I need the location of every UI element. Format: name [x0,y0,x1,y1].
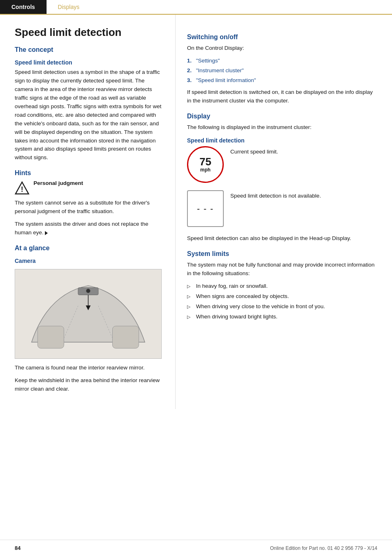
speed-sign-row-1: 75 mph Current speed limit. [187,146,377,183]
page-number: 84 [15,545,20,551]
switching-heading: Switching on/off [187,33,377,41]
warning-body2-text: The system assists the driver and does n… [15,221,148,236]
end-bullet-icon [45,231,48,235]
page-title: Speed limit detection [15,26,164,39]
camera-image [15,269,162,359]
display-intro: The following is displayed in the instru… [187,123,377,132]
system-limits-heading: System limits [187,250,377,258]
hints-box: ! Personal judgment [15,180,164,196]
step-number: 2. [187,67,192,75]
speed-unit: mph [200,167,210,173]
speed-number: 75 [200,156,212,167]
main-content: Speed limit detection The concept Speed … [0,15,392,409]
warning-title: Personal judgment [33,180,164,186]
speed-limit-subheading2: Speed limit detection [187,137,377,144]
switching-note: If speed limit detection is switched on,… [187,88,377,105]
speed-sign-row-2: - - - Speed limit detection is not avail… [187,190,377,227]
at-a-glance-heading: At a glance [15,245,164,252]
warning-body1: The system cannot serve as a substitute … [15,199,164,216]
speed-limit-subheading: Speed limit detection [15,59,164,66]
sign2-description: Speed limit detection is not available. [230,190,321,200]
right-column: Switching on/off On the Control Display:… [176,15,392,409]
display-heading: Display [187,113,377,120]
system-limits-intro: The system may not be fully functional a… [187,261,377,278]
tab-controls-label: Controls [11,4,35,10]
bullet-text-4: When driving toward bright lights. [196,314,278,320]
keep-windshield: Keep the windshield in the area behind t… [15,376,164,394]
warning-icon: ! [15,181,29,196]
switching-intro: On the Control Display: [187,44,377,53]
sign1-description: Current speed limit. [230,146,278,156]
concept-heading: The concept [15,46,164,53]
hints-content: Personal judgment [33,180,164,187]
camera-heading: Camera [15,258,164,264]
list-item: When driving toward bright lights. [187,313,377,321]
speed-sign-75: 75 mph [187,146,224,183]
step-number: 3. [187,76,192,85]
warning-body2: The system assists the driver and does n… [15,220,164,237]
header: Controls Displays [0,0,392,15]
list-item: 3. "Speed limit information" [187,76,377,85]
speed-sign-dash: - - - [187,190,224,227]
steps-list: 1. "Settings" 2. "Instrument cluster" 3.… [187,57,377,85]
tab-displays-label: Displays [58,4,80,10]
list-item: In heavy fog, rain or snowfall. [187,282,377,291]
svg-point-7 [86,289,90,293]
speed-limit-note: Speed limit detection can also be displa… [187,234,377,243]
bullet-text-3: When driving very close to the vehicle i… [196,303,325,309]
step-number: 1. [187,57,192,65]
left-column: Speed limit detection The concept Speed … [0,15,176,409]
step-text-3: "Speed limit information" [196,77,256,83]
bullet-text-2: When signs are concealed by objects. [196,293,289,299]
svg-rect-4 [112,326,138,349]
list-item: 1. "Settings" [187,57,377,65]
list-item: 2. "Instrument cluster" [187,67,377,75]
svg-rect-3 [38,326,64,349]
system-limits-list: In heavy fog, rain or snowfall. When sig… [187,282,377,321]
tab-displays[interactable]: Displays [47,0,91,14]
camera-caption: The camera is found near the interior re… [15,364,164,372]
edition-text: Online Edition for Part no. 01 40 2 956 … [270,545,377,551]
step-text-2: "Instrument cluster" [196,67,244,73]
footer: 84 Online Edition for Part no. 01 40 2 9… [0,540,392,556]
list-item: When driving very close to the vehicle i… [187,302,377,311]
svg-text:!: ! [21,185,23,193]
step-text-1: "Settings" [196,58,220,64]
tab-controls[interactable]: Controls [0,0,47,14]
camera-illustration [15,269,161,358]
hints-heading: Hints [15,169,164,177]
speed-limit-body: Speed limit detection uses a symbol in t… [15,68,164,162]
bullet-text-1: In heavy fog, rain or snowfall. [196,283,268,289]
list-item: When signs are concealed by objects. [187,292,377,301]
